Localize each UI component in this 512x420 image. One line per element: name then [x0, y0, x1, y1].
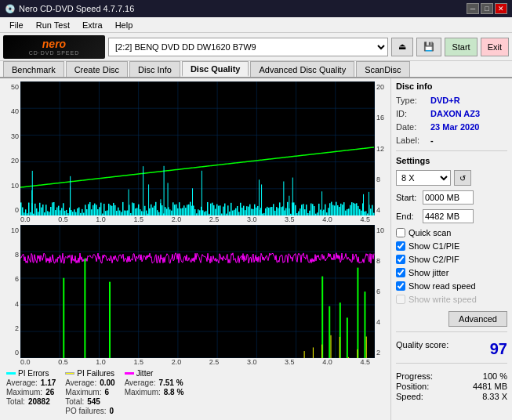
end-mb-input[interactable] — [423, 209, 474, 223]
disc-label-value: - — [430, 136, 434, 145]
disc-id-value: DAXON AZ3 — [430, 109, 480, 118]
disc-date-value: 23 Mar 2020 — [430, 122, 479, 132]
show-read-speed-row: Show read speed — [396, 281, 507, 291]
top-chart-canvas-container — [20, 81, 375, 215]
drive-selector[interactable]: [2:2] BENQ DVD DD DW1620 B7W9 — [108, 38, 388, 56]
end-mb-label: End: — [396, 212, 419, 221]
show-jitter-row: Show jitter — [396, 268, 507, 277]
tab-benchmark[interactable]: Benchmark — [3, 61, 64, 77]
start-mb-input[interactable] — [423, 190, 474, 205]
speed-selector[interactable]: 8 X — [396, 170, 451, 186]
top-chart-y-left: 50403020100 — [3, 81, 20, 215]
logo: nero CD·DVD SPEED — [3, 35, 105, 59]
disc-type-label: Type: — [396, 96, 427, 105]
progress-label: Progress: — [396, 371, 433, 381]
show-read-speed-label: Show read speed — [409, 281, 476, 291]
jitter-avg-value: 7.51 % — [158, 378, 183, 387]
show-c2pif-row: Show C2/PIF — [396, 255, 507, 264]
pi-errors-total-label: Total: — [6, 397, 25, 406]
show-c2pif-label: Show C2/PIF — [409, 255, 459, 264]
quality-section: Quality score: 97 — [396, 340, 507, 358]
disc-type-row: Type: DVD+R — [396, 96, 507, 105]
quality-row: Quality score: 97 — [396, 340, 507, 358]
jitter-title: Jitter — [136, 369, 154, 378]
pi-errors-color — [6, 372, 16, 375]
exit-button[interactable]: Exit — [481, 38, 509, 56]
position-label: Position: — [396, 382, 429, 391]
tab-advanced-disc-quality[interactable]: Advanced Disc Quality — [250, 61, 354, 77]
legend-pi-failures: PI Failures Average: 0.00 Maximum: 6 Tot… — [65, 369, 114, 415]
tab-bar: Benchmark Create Disc Disc Info Disc Qua… — [0, 61, 512, 78]
show-jitter-checkbox[interactable] — [396, 268, 405, 277]
pi-failures-max-value: 6 — [104, 388, 109, 396]
menu-help[interactable]: Help — [109, 19, 140, 31]
disc-id-row: ID: DAXON AZ3 — [396, 109, 507, 118]
quick-scan-row: Quick scan — [396, 228, 507, 237]
top-chart-canvas — [20, 81, 375, 215]
top-chart-x-axis: 0.00.51.01.52.02.53.03.54.04.5 — [3, 215, 387, 223]
pi-failures-avg-value: 0.00 — [100, 378, 114, 387]
speed-label: Speed: — [396, 392, 423, 401]
pi-failures-max-label: Maximum: — [65, 388, 101, 396]
bottom-chart-block: 1086420 108642 0.00.51.01.52.02.53.03.54… — [3, 225, 387, 366]
start-mb-row: Start: — [396, 190, 507, 205]
pi-failures-color — [65, 372, 74, 375]
bottom-chart-canvas — [20, 225, 375, 358]
tab-disc-quality[interactable]: Disc Quality — [182, 61, 249, 77]
save-button[interactable]: 💾 — [416, 38, 441, 56]
position-value: 4481 MB — [473, 382, 507, 391]
quick-scan-checkbox[interactable] — [396, 228, 405, 237]
speed-row: 8 X ↺ — [396, 170, 507, 186]
advanced-button[interactable]: Advanced — [448, 311, 507, 327]
quick-scan-label: Quick scan — [409, 228, 451, 237]
po-failures-value: 0 — [110, 407, 114, 415]
show-write-speed-label: Show write speed — [409, 295, 477, 304]
bottom-chart-y-right: 108642 — [375, 225, 387, 358]
legend-jitter: Jitter Average: 7.51 % Maximum: 8.8 % — [125, 369, 184, 415]
disc-date-row: Date: 23 Mar 2020 — [396, 122, 507, 132]
top-chart-block: 50403020100 20161284 0.00.51.01.52.02.53… — [3, 81, 387, 223]
menu-run-test[interactable]: Run Test — [30, 19, 76, 31]
jitter-color — [125, 372, 134, 375]
show-c1pie-row: Show C1/PIE — [396, 241, 507, 251]
show-write-speed-row: Show write speed — [396, 295, 507, 304]
menu-bar: File Run Test Extra Help — [0, 17, 512, 33]
tab-disc-info[interactable]: Disc Info — [129, 61, 180, 77]
menu-file[interactable]: File — [3, 19, 30, 31]
menu-extra[interactable]: Extra — [76, 19, 109, 31]
pi-errors-max-label: Maximum: — [6, 388, 42, 396]
divider-1 — [396, 150, 507, 151]
maximize-button[interactable]: □ — [481, 3, 493, 14]
show-c1pie-checkbox[interactable] — [396, 241, 405, 251]
show-write-speed-checkbox[interactable] — [396, 295, 405, 304]
close-button[interactable]: ✕ — [495, 3, 507, 14]
right-panel: Disc info Type: DVD+R ID: DAXON AZ3 Date… — [390, 78, 512, 420]
jitter-avg-label: Average: — [125, 378, 156, 387]
show-c2pif-checkbox[interactable] — [396, 255, 405, 264]
progress-row: Progress: 100 % — [396, 371, 507, 381]
disk-eject-button[interactable]: ⏏ — [391, 38, 413, 56]
app-title: Nero CD-DVD Speed 4.7.7.16 — [19, 4, 134, 13]
quality-score-value: 97 — [490, 340, 507, 358]
refresh-button[interactable]: ↺ — [454, 170, 471, 186]
app-icon: 💿 — [5, 4, 16, 14]
minimize-button[interactable]: ─ — [467, 3, 479, 14]
po-failures-label: PO failures: — [65, 407, 106, 415]
disc-date-label: Date: — [396, 122, 427, 132]
bottom-chart-x-axis: 0.00.51.01.52.02.53.03.54.04.5 — [3, 358, 387, 366]
pi-failures-title: PI Failures — [77, 369, 114, 378]
logo-text: nero — [42, 38, 66, 50]
disc-label-label: Label: — [396, 136, 427, 145]
chart-area: 50403020100 20161284 0.00.51.01.52.02.53… — [0, 78, 390, 420]
start-button[interactable]: Start — [445, 38, 477, 56]
tab-create-disc[interactable]: Create Disc — [66, 61, 128, 77]
tab-scandisc[interactable]: ScanDisc — [356, 61, 409, 77]
toolbar: nero CD·DVD SPEED [2:2] BENQ DVD DD DW16… — [0, 33, 512, 61]
start-mb-label: Start: — [396, 193, 419, 202]
top-chart-y-right: 20161284 — [375, 81, 387, 215]
bottom-chart-y-left: 1086420 — [3, 225, 20, 358]
pi-failures-total-label: Total: — [65, 397, 84, 406]
speed-row-progress: Speed: 8.33 X — [396, 392, 507, 401]
divider-2 — [396, 331, 507, 332]
show-read-speed-checkbox[interactable] — [396, 281, 405, 291]
